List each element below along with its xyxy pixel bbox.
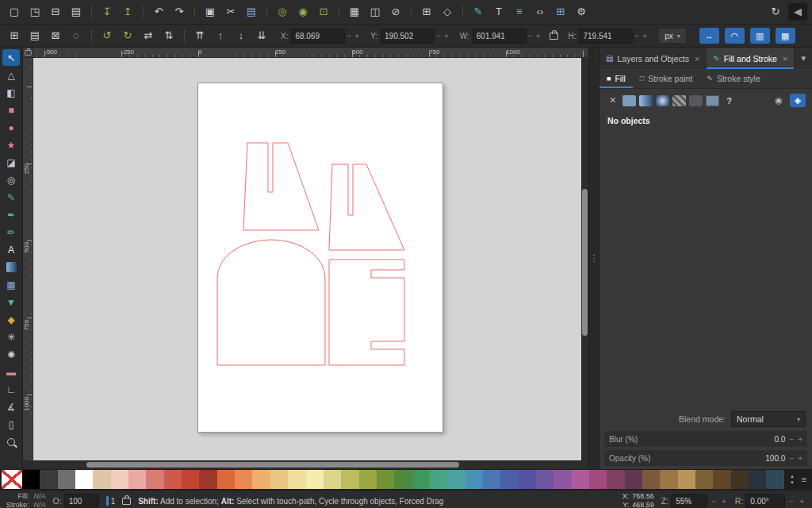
h-input[interactable]: 719.541 bbox=[579, 29, 633, 44]
selection-touch-icon[interactable]: ◌ bbox=[67, 27, 86, 44]
rotation-decrement-button[interactable]: − bbox=[789, 497, 794, 506]
palette-swatch[interactable] bbox=[75, 470, 93, 489]
new-document-icon[interactable]: ▢ bbox=[5, 3, 24, 21]
opacity-decrement-button[interactable]: − bbox=[789, 454, 794, 463]
palette-swatch[interactable] bbox=[111, 470, 128, 489]
zoom-out-button[interactable]: − bbox=[711, 497, 716, 506]
pattern-piece-top-left[interactable] bbox=[243, 143, 319, 230]
palette-swatch[interactable] bbox=[199, 470, 216, 489]
print-icon[interactable]: ▤ bbox=[67, 3, 86, 21]
palette-swatch[interactable] bbox=[58, 470, 75, 489]
lower-to-bottom-icon[interactable]: ⇊ bbox=[252, 27, 271, 44]
box-3d-tool[interactable]: ◪ bbox=[2, 154, 20, 171]
blur-slider-row[interactable]: Blur (%) 0.0 − + bbox=[604, 431, 807, 447]
palette-swatch[interactable] bbox=[625, 470, 642, 489]
h-decrement-button[interactable]: − bbox=[634, 32, 639, 40]
y-input[interactable]: 190.502 bbox=[381, 29, 435, 44]
paint-unknown-button[interactable]: ? bbox=[722, 95, 736, 106]
palette-menu-button[interactable]: ≡ bbox=[798, 470, 810, 489]
rectangle-tool[interactable]: ■ bbox=[2, 102, 20, 118]
gradient-tool[interactable] bbox=[2, 259, 20, 275]
flip-horizontal-icon[interactable]: ⇄ bbox=[139, 27, 158, 44]
star-tool[interactable]: ★ bbox=[2, 137, 20, 153]
palette-swatch[interactable] bbox=[713, 470, 730, 489]
guides-lock-toggle[interactable] bbox=[23, 48, 33, 58]
unit-dropdown[interactable]: px ▾ bbox=[658, 28, 687, 44]
zoom-selection-icon[interactable]: ◉ bbox=[293, 3, 312, 21]
palette-swatch[interactable] bbox=[483, 470, 500, 489]
bucket-fill-tool[interactable]: ◆ bbox=[2, 311, 20, 328]
eraser-tool[interactable]: ▬ bbox=[2, 364, 20, 380]
save-icon[interactable]: ⊟ bbox=[46, 3, 65, 21]
ellipse-tool[interactable]: ● bbox=[2, 119, 20, 136]
subtab-stroke-style[interactable]: ✎ Stroke style bbox=[699, 69, 767, 88]
horizontal-scrollbar[interactable] bbox=[23, 460, 588, 469]
palette-swatch[interactable] bbox=[430, 470, 447, 489]
palette-swatch[interactable] bbox=[128, 470, 146, 489]
raise-icon[interactable]: ↑ bbox=[211, 27, 230, 44]
import-icon[interactable]: ↧ bbox=[98, 3, 117, 21]
y-increment-button[interactable]: + bbox=[444, 32, 449, 40]
snap-toggle-icon[interactable]: ↻ bbox=[766, 3, 785, 21]
paint-swatch-button[interactable] bbox=[689, 95, 703, 106]
pen-tool[interactable]: ✒ bbox=[2, 206, 20, 223]
palette-swatch[interactable] bbox=[749, 470, 766, 489]
tweak-tool[interactable]: ✳ bbox=[2, 329, 20, 345]
xml-editor-icon[interactable]: ‹› bbox=[530, 3, 550, 21]
palette-swatch[interactable] bbox=[766, 470, 783, 489]
select-all-layers-icon[interactable]: ▤ bbox=[25, 27, 44, 44]
text-dialog-icon[interactable]: T bbox=[489, 3, 508, 21]
clone-icon[interactable]: ◫ bbox=[366, 3, 385, 21]
vertical-ruler[interactable]: 2505007501000 bbox=[23, 58, 33, 460]
palette-swatch[interactable] bbox=[607, 470, 624, 489]
palette-swatch[interactable] bbox=[182, 470, 199, 489]
paint-flat-color-button[interactable] bbox=[622, 95, 636, 106]
redo-icon[interactable]: ↷ bbox=[170, 3, 189, 21]
palette-swatch[interactable] bbox=[270, 470, 288, 489]
dock-resize-handle[interactable]: ⋮ bbox=[588, 48, 599, 469]
paint-mesh-gradient-button[interactable] bbox=[706, 95, 719, 106]
current-layer-indicator[interactable]: 1 bbox=[106, 496, 116, 506]
fill-rule-evenodd-button[interactable]: ◉ bbox=[771, 94, 787, 107]
palette-swatch[interactable] bbox=[536, 470, 553, 489]
fill-rule-nonzero-button[interactable]: ◈ bbox=[790, 94, 806, 107]
pencil-tool[interactable]: ✎ bbox=[2, 189, 20, 206]
x-increment-button[interactable]: + bbox=[354, 32, 359, 40]
palette-swatch[interactable] bbox=[553, 470, 571, 489]
selector-tool[interactable]: ↖ bbox=[2, 49, 20, 66]
copy-icon[interactable]: ▣ bbox=[201, 3, 220, 21]
scale-stroke-toggle[interactable]: ↔ bbox=[699, 28, 719, 44]
zoom-drawing-icon[interactable]: ◎ bbox=[273, 3, 292, 21]
lower-icon[interactable]: ↓ bbox=[232, 27, 251, 44]
page-tool[interactable]: ▯ bbox=[2, 416, 20, 433]
spray-tool[interactable]: ✺ bbox=[2, 346, 20, 363]
rotate-cw-icon[interactable]: ↻ bbox=[118, 27, 137, 44]
zoom-tool[interactable] bbox=[2, 433, 20, 450]
pattern-piece-top-right[interactable] bbox=[329, 164, 404, 250]
cut-icon[interactable]: ✂ bbox=[221, 3, 240, 21]
calligraphy-tool[interactable]: ✏ bbox=[2, 224, 20, 241]
fill-stroke-indicator[interactable]: Fill: N/A Stroke: N/A bbox=[6, 492, 46, 508]
blur-value[interactable]: 0.0 bbox=[774, 435, 785, 444]
paint-linear-gradient-button[interactable] bbox=[639, 95, 653, 106]
subtab-fill[interactable]: ■ Fill bbox=[599, 69, 633, 88]
object-opacity-input[interactable]: 100 bbox=[64, 494, 99, 508]
duplicate-icon[interactable]: ▦ bbox=[345, 3, 364, 21]
blur-increment-button[interactable]: + bbox=[798, 435, 802, 444]
palette-swatch[interactable] bbox=[164, 470, 182, 489]
pattern-piece-notched-rect[interactable] bbox=[329, 260, 404, 365]
palette-swatch[interactable] bbox=[93, 470, 110, 489]
x-decrement-button[interactable]: − bbox=[347, 32, 351, 40]
palette-swatch[interactable] bbox=[394, 470, 412, 489]
move-patterns-toggle[interactable]: ▦ bbox=[776, 28, 795, 44]
palette-swatch-none[interactable] bbox=[2, 470, 22, 489]
vertical-scrollbar-thumb[interactable] bbox=[582, 189, 588, 336]
opacity-increment-button[interactable]: + bbox=[798, 454, 802, 463]
deselect-icon[interactable]: ⊠ bbox=[46, 27, 65, 44]
mesh-gradient-tool[interactable]: ▦ bbox=[2, 276, 20, 293]
palette-swatch[interactable] bbox=[324, 470, 341, 489]
palette-swatch[interactable] bbox=[589, 470, 607, 489]
canvas-viewport[interactable] bbox=[33, 58, 581, 460]
document-properties-icon[interactable]: ⊞ bbox=[551, 3, 570, 21]
palette-scroll-up-button[interactable]: ▲ bbox=[787, 473, 798, 479]
